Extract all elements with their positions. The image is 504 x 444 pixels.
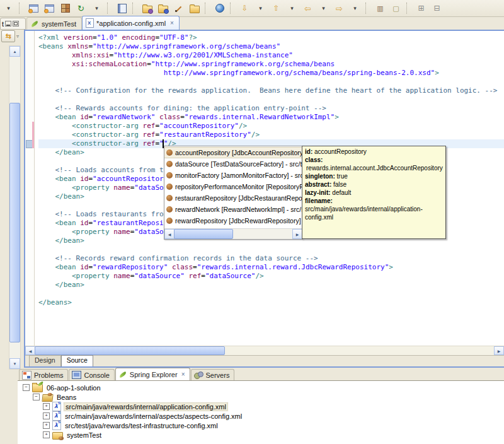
completion-item[interactable]: monitorFactory [JamonMonitorFactory] - s… bbox=[164, 170, 302, 181]
tree-row-label: src/main/java/rewards/internal/aspects/a… bbox=[64, 412, 243, 420]
toolbar-separator bbox=[205, 3, 209, 14]
tree-expander-icon[interactable]: − bbox=[33, 394, 40, 400]
completion-item-label: rewardNetwork [RewardNetworkImpl] - src/… bbox=[175, 206, 302, 213]
popup-scroll-right-icon[interactable]: ▶ bbox=[292, 229, 302, 239]
toolbar-spool-icon[interactable]: ▥ bbox=[374, 2, 387, 15]
toolbar-collapse-all-icon[interactable]: ⊟ bbox=[430, 2, 444, 15]
toolbar-brush-icon[interactable] bbox=[172, 2, 185, 15]
spring-config-icon bbox=[52, 402, 61, 411]
servers-icon bbox=[194, 371, 203, 379]
toolbar-dropdown-caret-icon[interactable]: ▾ bbox=[317, 2, 330, 15]
vertical-scrollbar-thumb[interactable] bbox=[9, 103, 20, 342]
completion-item[interactable]: accountRepository [JdbcAccountRepository… bbox=[164, 147, 302, 158]
bean-icon bbox=[166, 172, 173, 178]
toolbar-dropdown-caret-icon[interactable]: ▾ bbox=[285, 2, 299, 15]
scroll-right-icon[interactable]: ▶ bbox=[494, 346, 504, 355]
toolbar-open-wizard-icon[interactable] bbox=[43, 2, 56, 15]
horizontal-scrollbar-thumb[interactable] bbox=[35, 346, 225, 355]
toolbar-dropdown-caret-icon[interactable]: ▾ bbox=[348, 2, 362, 15]
code-line: <!-- Records reward confirmation records… bbox=[38, 254, 504, 263]
tree-row[interactable]: +systemTest bbox=[18, 430, 504, 440]
completion-item[interactable]: rewardRepository [JdbcRewardRepository] … bbox=[164, 215, 302, 226]
view-menu-icon[interactable]: ▿ bbox=[16, 33, 19, 39]
toolbar-open-resource-blue-icon[interactable] bbox=[156, 2, 169, 15]
panel-tab-spring-explorer[interactable]: Spring Explorer× bbox=[115, 368, 190, 380]
toolbar-show-view-icon[interactable] bbox=[115, 2, 129, 15]
editor-tab[interactable]: *application-config.xml× bbox=[82, 16, 180, 30]
tree-expander-icon[interactable]: + bbox=[43, 412, 50, 419]
toolbar-expand-all-icon[interactable]: ⊞ bbox=[415, 2, 428, 15]
completion-item-label: accountRepository [JdbcAccountRepository… bbox=[175, 149, 302, 156]
package-icon bbox=[61, 4, 70, 13]
close-icon[interactable]: × bbox=[170, 20, 174, 26]
bottom-panel-tab-bar: ProblemsConsoleSpring Explorer×Servers bbox=[18, 369, 504, 380]
completion-item-label: monitorFactory [JamonMonitorFactory] - s… bbox=[175, 172, 302, 179]
scroll-up-icon[interactable]: ▲ bbox=[9, 46, 20, 57]
completion-item[interactable]: restaurantRepository [JdbcRestaurantRepo… bbox=[164, 192, 302, 204]
toolbar-forward-icon[interactable]: ⇨ bbox=[333, 2, 346, 15]
tree-row[interactable]: +src/main/java/rewards/internal/aspects/… bbox=[18, 411, 504, 421]
toolbar-new-wizard-icon[interactable] bbox=[27, 2, 40, 15]
toolbar-dropdown-caret-icon[interactable]: ▾ bbox=[90, 2, 103, 15]
toolbar-back-icon[interactable]: ⇦ bbox=[301, 2, 314, 15]
bottom-panel: ProblemsConsoleSpring Explorer×Servers −… bbox=[18, 369, 504, 444]
popup-scrollbar-thumb[interactable] bbox=[174, 229, 233, 239]
panel-tab-console[interactable]: Console bbox=[69, 369, 114, 380]
code-line: http://www.springframework.org/schema/be… bbox=[38, 69, 504, 78]
tooltip-field: id: accountRepository bbox=[305, 148, 443, 156]
toolbar-dropdown-caret-icon[interactable]: ▾ bbox=[254, 2, 267, 15]
popup-scroll-left-icon[interactable]: ◀ bbox=[164, 229, 175, 239]
toolbar-dropdown-caret-icon[interactable]: ▾ bbox=[2, 2, 15, 15]
tab-source[interactable]: Source bbox=[61, 355, 93, 366]
tree-row[interactable]: −Beans bbox=[18, 392, 504, 402]
popup-horizontal-scrollbar[interactable]: ◀ ▶ bbox=[164, 228, 302, 239]
toolbar-refresh-icon[interactable]: ↻ bbox=[74, 2, 88, 15]
panel-tab-problems[interactable]: Problems bbox=[19, 369, 68, 380]
toolbar-tag-icon[interactable]: ▢ bbox=[389, 2, 403, 15]
bean-info-tooltip: id: accountRepositoryclass:rewards.inter… bbox=[302, 146, 446, 239]
editor-horizontal-scrollbar[interactable]: ◀ ▶ bbox=[25, 346, 504, 355]
tree-row[interactable]: +src/test/java/rewards/test-infrastructu… bbox=[18, 421, 504, 430]
spring-leaf-icon bbox=[118, 370, 127, 378]
collapsed-view-tab[interactable]: t bbox=[0, 18, 26, 30]
toolbar-export-icon[interactable]: ⇧ bbox=[270, 2, 283, 15]
toolbar-package-icon[interactable] bbox=[59, 2, 72, 15]
tree-row-label: 06-aop-1-solution bbox=[45, 384, 102, 392]
code-line: <!-- Configuration for the rewards appli… bbox=[38, 86, 504, 95]
tree-expander-icon[interactable]: + bbox=[43, 422, 50, 429]
toolbar-folder-icon[interactable] bbox=[188, 2, 201, 15]
collapsed-view-strip: t ⇆ ▿ ▲ ▼ bbox=[0, 16, 24, 368]
completion-item[interactable]: rewardNetwork [RewardNetworkImpl] - src/… bbox=[164, 204, 302, 215]
vertical-scrollbar[interactable]: ▲ ▼ bbox=[9, 45, 21, 370]
minimize-icon[interactable] bbox=[5, 21, 11, 26]
open-wizard-icon bbox=[45, 4, 54, 13]
editor-tab[interactable]: systemTest bbox=[26, 17, 82, 30]
content-assist-list: accountRepository [JdbcAccountRepository… bbox=[164, 146, 302, 228]
tree-row[interactable]: +src/main/java/rewards/internal/applicat… bbox=[18, 402, 504, 411]
scroll-left-icon[interactable]: ◀ bbox=[25, 346, 35, 355]
code-line: </beans> bbox=[38, 298, 504, 307]
tree-expander-icon[interactable]: + bbox=[43, 431, 50, 438]
scroll-down-icon[interactable]: ▼ bbox=[9, 358, 20, 369]
toolbar-separator bbox=[107, 3, 112, 14]
completion-item[interactable]: dataSource [TestDataSourceFactory] - src… bbox=[164, 158, 302, 170]
code-line: </bean> bbox=[38, 281, 504, 289]
tab-design[interactable]: Design bbox=[29, 355, 61, 366]
tooltip-field-label: class: bbox=[305, 156, 443, 164]
panel-tab-servers[interactable]: Servers bbox=[191, 369, 235, 380]
completion-item[interactable]: repositoryPerformanceMonitor [Repository… bbox=[164, 181, 302, 192]
maximize-icon[interactable] bbox=[13, 21, 19, 26]
tree-row[interactable]: −06-aop-1-solution bbox=[18, 383, 504, 392]
panel-tab-label: Spring Explorer bbox=[130, 371, 178, 378]
tree-expander-icon[interactable]: − bbox=[23, 384, 30, 391]
toolbar-open-resource-purple-icon[interactable] bbox=[140, 2, 154, 15]
close-icon[interactable]: × bbox=[181, 371, 185, 378]
tree-expander-icon[interactable]: + bbox=[43, 403, 50, 410]
toolbar-web-browser-icon[interactable] bbox=[213, 2, 226, 15]
bean-icon bbox=[166, 149, 173, 156]
toolbar-import-icon[interactable]: ⇩ bbox=[238, 2, 251, 15]
main-toolbar: ▾↻▾⇩▾⇧▾⇦▾⇨▾▥▢⊞⊟ bbox=[0, 0, 504, 17]
code-line: <bean id="rewardNetwork" class="rewards.… bbox=[38, 113, 504, 122]
link-with-editor-icon[interactable]: ⇆ bbox=[1, 30, 15, 42]
web-browser-icon bbox=[215, 4, 224, 13]
